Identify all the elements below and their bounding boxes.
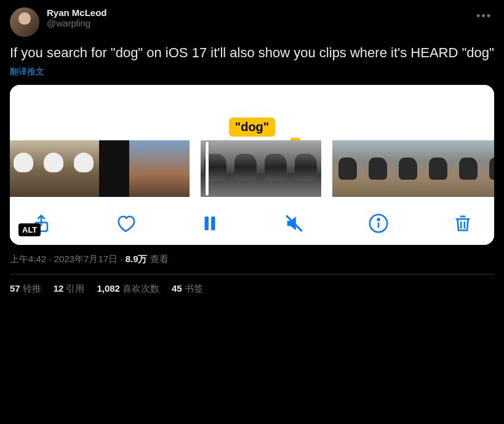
clip-thumbnail bbox=[159, 140, 190, 197]
clip-thumbnail bbox=[231, 140, 261, 197]
tweet-date[interactable]: 2023年7月17日 bbox=[54, 254, 118, 264]
likes-stat[interactable]: 1,082喜欢次数 bbox=[97, 283, 159, 295]
trash-icon[interactable] bbox=[452, 213, 473, 234]
clip-thumbnail bbox=[69, 140, 99, 197]
retweets-label: 转推 bbox=[23, 283, 41, 294]
caption-tag: "dog" bbox=[229, 118, 276, 137]
pause-icon[interactable] bbox=[199, 213, 220, 234]
playhead[interactable] bbox=[206, 142, 209, 196]
mute-icon[interactable] bbox=[284, 213, 305, 234]
svg-point-6 bbox=[378, 218, 380, 220]
media-card[interactable]: "dog" bbox=[10, 85, 494, 245]
svg-rect-2 bbox=[211, 216, 215, 230]
retweets-count: 57 bbox=[10, 283, 20, 294]
clip-thumbnail bbox=[423, 140, 453, 197]
tweet-meta: 上午4:42 · 2023年7月17日 · 8.9万 查看 bbox=[10, 254, 494, 274]
clip-group bbox=[10, 140, 190, 197]
alt-badge[interactable]: ALT bbox=[18, 223, 41, 236]
clip-thumbnail bbox=[393, 140, 423, 197]
clip-thumbnail bbox=[483, 140, 494, 197]
stats-row: 57转推 12引用 1,082喜欢次数 45书签 bbox=[10, 274, 494, 303]
clip-thumbnail bbox=[291, 140, 321, 197]
clip-thumbnail bbox=[99, 140, 129, 197]
avatar[interactable] bbox=[10, 7, 39, 37]
tweet-time[interactable]: 上午4:42 bbox=[10, 254, 46, 264]
clip-thumbnail bbox=[10, 140, 39, 197]
bookmarks-stat[interactable]: 45书签 bbox=[172, 283, 203, 295]
clip-thumbnail bbox=[332, 140, 362, 197]
retweets-stat[interactable]: 57转推 bbox=[10, 283, 41, 295]
translate-link[interactable]: 翻译推文 bbox=[10, 66, 44, 78]
clip-thumbnail bbox=[39, 140, 69, 197]
clip-thumbnail bbox=[362, 140, 393, 197]
tweet-container: Ryan McLeod @warpling ••• If you search … bbox=[0, 0, 504, 311]
bookmarks-label: 书签 bbox=[185, 283, 203, 294]
tweet-header: Ryan McLeod @warpling ••• bbox=[10, 7, 494, 37]
ios-toolbar bbox=[10, 202, 494, 239]
tweet-text: If you search for "dog" on iOS 17 it'll … bbox=[10, 44, 494, 62]
video-timeline bbox=[10, 140, 494, 202]
clip-group-active bbox=[201, 140, 321, 197]
quotes-label: 引用 bbox=[66, 283, 84, 294]
user-info[interactable]: Ryan McLeod @warpling bbox=[47, 7, 466, 28]
display-name: Ryan McLeod bbox=[47, 7, 466, 18]
info-icon[interactable] bbox=[368, 213, 389, 234]
clip-thumbnail bbox=[129, 140, 159, 197]
likes-label: 喜欢次数 bbox=[122, 283, 159, 294]
likes-count: 1,082 bbox=[97, 283, 120, 294]
more-button[interactable]: ••• bbox=[474, 7, 494, 25]
ios-preview-area: "dog" bbox=[10, 85, 494, 140]
clip-thumbnail bbox=[453, 140, 483, 197]
views-label: 查看 bbox=[150, 254, 169, 264]
heart-icon[interactable] bbox=[115, 213, 136, 234]
handle: @warpling bbox=[47, 18, 466, 28]
ios-screenshot: "dog" bbox=[10, 85, 494, 245]
quotes-stat[interactable]: 12引用 bbox=[54, 283, 85, 295]
clip-thumbnail bbox=[261, 140, 291, 197]
views-count: 8.9万 bbox=[126, 254, 148, 264]
quotes-count: 12 bbox=[54, 283, 64, 294]
clip-group bbox=[332, 140, 494, 197]
bookmarks-count: 45 bbox=[172, 283, 182, 294]
svg-rect-1 bbox=[205, 216, 209, 230]
